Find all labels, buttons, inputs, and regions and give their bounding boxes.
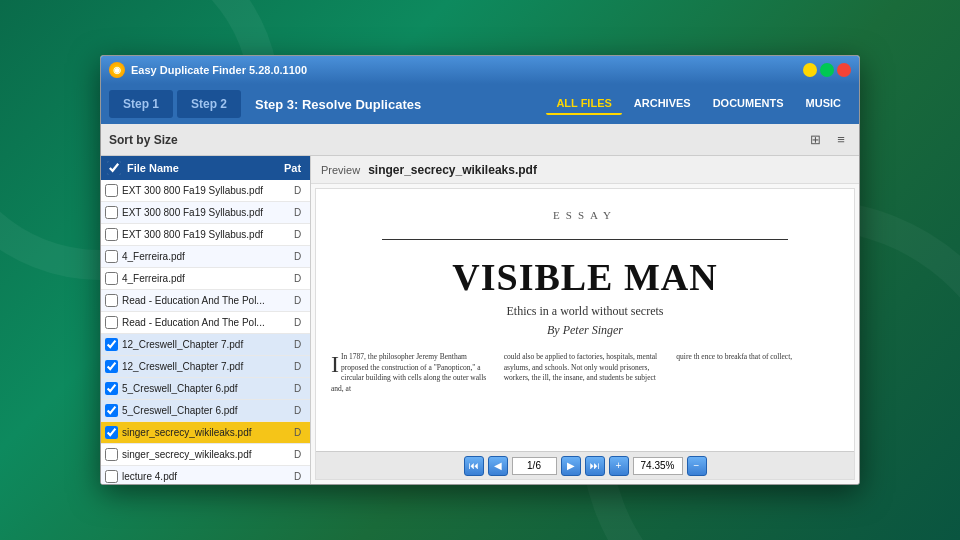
file-row[interactable]: lecture 4.pdfD [101,466,310,484]
file-row[interactable]: EXT 300 800 Fa19 Syllabus.pdfD [101,180,310,202]
grid-icon[interactable]: ⊞ [805,130,825,150]
zoom-in-button[interactable]: + [609,456,629,476]
row-path: D [294,185,306,196]
app-icon: ◉ [109,62,125,78]
page-input[interactable] [512,457,557,475]
preview-label: Preview [321,164,360,176]
pdf-col-1: I In 1787, the philosopher Jeremy Bentha… [331,352,494,394]
row-path: D [294,449,306,460]
row-checkbox[interactable] [105,316,118,329]
row-filename: 4_Ferreira.pdf [122,273,290,284]
tab-documents[interactable]: DOCUMENTS [703,93,794,115]
file-row[interactable]: singer_secrecy_wikileaks.pdfD [101,422,310,444]
row-checkbox[interactable] [105,294,118,307]
tool-icons: ⊞ ≡ [805,130,851,150]
file-row[interactable]: 12_Creswell_Chapter 7.pdfD [101,356,310,378]
title-bar: ◉ Easy Duplicate Finder 5.28.0.1100 [101,56,859,84]
row-checkbox[interactable] [105,272,118,285]
row-checkbox[interactable] [105,206,118,219]
tab-music[interactable]: MUSIC [796,93,851,115]
pdf-col2-text: could also be applied to factories, hosp… [504,352,658,382]
preview-content: ESSAY VISIBLE MAN Ethics in a world with… [315,188,855,480]
row-path: D [294,229,306,240]
zoom-out-button[interactable]: − [687,456,707,476]
pdf-author: By Peter Singer [547,323,623,338]
pdf-col3-text: quire th ence to breakfa that of collect… [676,352,792,361]
minimize-button[interactable] [803,63,817,77]
file-row[interactable]: 5_Creswell_Chapter 6.pdfD [101,378,310,400]
row-filename: 12_Creswell_Chapter 7.pdf [122,339,290,350]
row-checkbox[interactable] [105,448,118,461]
row-checkbox[interactable] [105,426,118,439]
pdf-col1-text: In 1787, the philosopher Jeremy Bentham … [331,352,486,393]
file-list: EXT 300 800 Fa19 Syllabus.pdfDEXT 300 80… [101,180,310,484]
file-row[interactable]: 4_Ferreira.pdfD [101,246,310,268]
file-row[interactable]: EXT 300 800 Fa19 Syllabus.pdfD [101,224,310,246]
last-page-button[interactable]: ⏭ [585,456,605,476]
pdf-essay-label: ESSAY [553,209,617,221]
app-window: ◉ Easy Duplicate Finder 5.28.0.1100 Step… [100,55,860,485]
row-path: D [294,273,306,284]
file-row[interactable]: Read - Education And The Pol...D [101,290,310,312]
row-checkbox[interactable] [105,382,118,395]
zoom-input[interactable] [633,457,683,475]
row-filename: singer_secrecy_wikileaks.pdf [122,449,290,460]
file-row[interactable]: 12_Creswell_Chapter 7.pdfD [101,334,310,356]
pdf-subtitle: Ethics in a world without secrets [507,304,664,319]
close-button[interactable] [837,63,851,77]
row-path: D [294,361,306,372]
file-row[interactable]: Read - Education And The Pol...D [101,312,310,334]
menu-icon[interactable]: ≡ [831,130,851,150]
tab-all-files[interactable]: ALL FILES [546,93,621,115]
tab-archives[interactable]: ARCHIVES [624,93,701,115]
file-row[interactable]: singer_secrecy_wikileaks.pdfD [101,444,310,466]
file-panel: File Name Pat EXT 300 800 Fa19 Syllabus.… [101,156,311,484]
app-title: Easy Duplicate Finder 5.28.0.1100 [131,64,797,76]
row-filename: Read - Education And The Pol... [122,317,290,328]
sort-label: Sort by Size [109,133,178,147]
pdf-col-3: quire th ence to breakfa that of collect… [676,352,839,394]
window-controls [803,63,851,77]
file-row[interactable]: 4_Ferreira.pdfD [101,268,310,290]
row-checkbox[interactable] [105,470,118,483]
row-path: D [294,427,306,438]
row-path: D [294,339,306,350]
tool-bar: Sort by Size ⊞ ≡ [101,124,859,156]
select-all-checkbox[interactable] [107,161,121,175]
first-page-button[interactable]: ⏮ [464,456,484,476]
file-row[interactable]: 5_Creswell_Chapter 6.pdfD [101,400,310,422]
pdf-divider [382,239,788,240]
row-checkbox[interactable] [105,250,118,263]
main-content: File Name Pat EXT 300 800 Fa19 Syllabus.… [101,156,859,484]
row-filename: 5_Creswell_Chapter 6.pdf [122,383,290,394]
row-checkbox[interactable] [105,338,118,351]
file-row[interactable]: EXT 300 800 Fa19 Syllabus.pdfD [101,202,310,224]
col-filename-header: File Name [127,162,278,174]
row-checkbox[interactable] [105,404,118,417]
preview-filename: singer_secrecy_wikileaks.pdf [368,163,537,177]
preview-header: Preview singer_secrecy_wikileaks.pdf [311,156,859,184]
maximize-button[interactable] [820,63,834,77]
next-page-button[interactable]: ▶ [561,456,581,476]
prev-page-button[interactable]: ◀ [488,456,508,476]
row-checkbox[interactable] [105,184,118,197]
step3-label: Step 3: Resolve Duplicates [245,97,431,112]
row-filename: 5_Creswell_Chapter 6.pdf [122,405,290,416]
col-path-header: Pat [284,162,304,174]
row-checkbox[interactable] [105,360,118,373]
step2-button[interactable]: Step 2 [177,90,241,118]
pdf-columns: I In 1787, the philosopher Jeremy Bentha… [331,352,839,394]
drop-cap: I [331,352,339,376]
row-path: D [294,471,306,482]
row-filename: singer_secrecy_wikileaks.pdf [122,427,290,438]
row-checkbox[interactable] [105,228,118,241]
row-filename: 4_Ferreira.pdf [122,251,290,262]
row-filename: EXT 300 800 Fa19 Syllabus.pdf [122,207,290,218]
nav-tabs: ALL FILES ARCHIVES DOCUMENTS MUSIC [546,93,851,115]
step1-button[interactable]: Step 1 [109,90,173,118]
file-panel-header: File Name Pat [101,156,310,180]
pdf-title: VISIBLE MAN [452,258,717,296]
row-filename: 12_Creswell_Chapter 7.pdf [122,361,290,372]
preview-toolbar: ⏮ ◀ ▶ ⏭ + − [316,451,854,479]
row-filename: Read - Education And The Pol... [122,295,290,306]
